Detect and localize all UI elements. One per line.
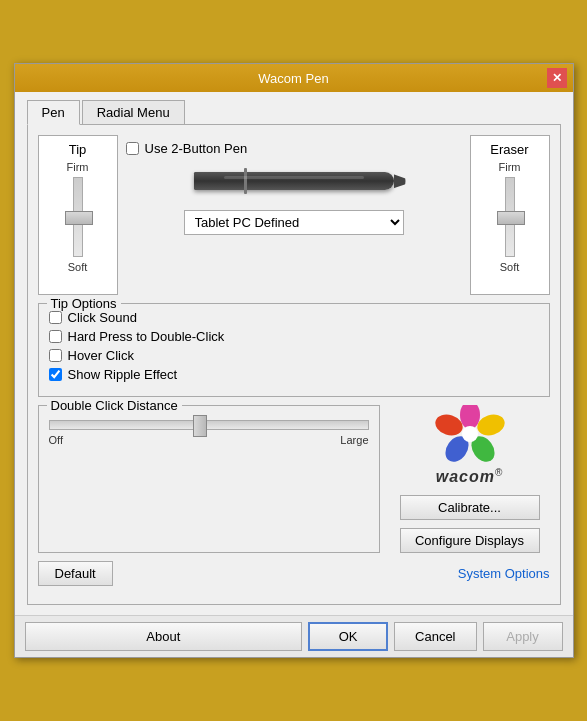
click-sound-row: Click Sound [49, 310, 539, 325]
double-click-off-label: Off [49, 434, 63, 446]
eraser-firm-label: Firm [499, 161, 521, 173]
double-click-section: Double Click Distance Off Large [38, 405, 380, 552]
calibrate-button[interactable]: Calibrate... [400, 495, 540, 520]
use-2button-checkbox[interactable] [126, 142, 139, 155]
footer-right: OK Cancel Apply [308, 622, 562, 651]
pressure-dropdown[interactable]: Tablet PC Defined Click Double Click Rig… [184, 210, 404, 235]
hard-press-checkbox[interactable] [49, 330, 62, 343]
about-button[interactable]: About [25, 622, 303, 651]
svg-point-0 [460, 405, 480, 429]
footer: About OK Cancel Apply [15, 615, 573, 657]
show-ripple-checkbox[interactable] [49, 368, 62, 381]
click-sound-checkbox[interactable] [49, 311, 62, 324]
tip-slider-track[interactable] [73, 177, 83, 257]
wacom-logo-text: wacom® [436, 467, 504, 486]
tip-soft-label: Soft [68, 261, 88, 273]
double-click-slider-track[interactable] [49, 420, 369, 430]
action-row: Default System Options [38, 561, 550, 586]
tip-slider-thumb[interactable] [65, 211, 93, 225]
hover-click-row: Hover Click [49, 348, 539, 363]
eraser-slider-thumb[interactable] [497, 211, 525, 225]
slider-range-labels: Off Large [49, 434, 369, 446]
wacom-flower-svg [435, 405, 505, 463]
hover-click-checkbox[interactable] [49, 349, 62, 362]
double-click-large-label: Large [340, 434, 368, 446]
double-click-legend: Double Click Distance [47, 398, 182, 413]
click-sound-label: Click Sound [68, 310, 137, 325]
wacom-logo: wacom® [435, 405, 505, 486]
tab-body: Tip Firm Soft Use 2-Button Pen [27, 124, 561, 604]
system-options-link[interactable]: System Options [458, 566, 550, 581]
hard-press-label: Hard Press to Double-Click [68, 329, 225, 344]
show-ripple-label: Show Ripple Effect [68, 367, 178, 382]
hard-press-row: Hard Press to Double-Click [49, 329, 539, 344]
eraser-label: Eraser [490, 142, 528, 157]
pressure-dropdown-row: Tablet PC Defined Click Double Click Rig… [126, 210, 462, 235]
tip-options-section: Tip Options Click Sound Hard Press to Do… [38, 303, 550, 397]
use-2button-row: Use 2-Button Pen [126, 141, 248, 156]
tip-options-legend: Tip Options [47, 296, 121, 311]
tab-pen[interactable]: Pen [27, 100, 80, 125]
double-click-slider-thumb[interactable] [193, 415, 207, 437]
close-button[interactable]: ✕ [547, 68, 567, 88]
pen-shape [194, 172, 394, 190]
pen-clip [244, 168, 247, 194]
tip-firm-label: Firm [67, 161, 89, 173]
hover-click-label: Hover Click [68, 348, 134, 363]
default-button[interactable]: Default [38, 561, 113, 586]
main-window: Wacom Pen ✕ Pen Radial Menu Tip Firm [14, 63, 574, 657]
window-title: Wacom Pen [41, 71, 547, 86]
svg-point-5 [462, 426, 478, 442]
title-bar: Wacom Pen ✕ [15, 64, 573, 92]
configure-displays-button[interactable]: Configure Displays [400, 528, 540, 553]
bottom-row: Double Click Distance Off Large [38, 405, 550, 552]
ok-button[interactable]: OK [308, 622, 388, 651]
middle-section: Use 2-Button Pen Tablet PC Defined Click [126, 135, 462, 295]
tabs-container: Pen Radial Menu [27, 100, 561, 125]
tip-label: Tip [69, 142, 87, 157]
eraser-slider-group: Eraser Firm Soft [470, 135, 550, 295]
eraser-slider-track[interactable] [505, 177, 515, 257]
apply-button[interactable]: Apply [483, 622, 563, 651]
cancel-button[interactable]: Cancel [394, 622, 476, 651]
wacom-flowers [435, 405, 505, 465]
pen-image [184, 166, 404, 196]
window-content: Pen Radial Menu Tip Firm Soft [15, 92, 573, 614]
eraser-soft-label: Soft [500, 261, 520, 273]
use-2button-label: Use 2-Button Pen [145, 141, 248, 156]
tip-slider-group: Tip Firm Soft [38, 135, 118, 295]
show-ripple-row: Show Ripple Effect [49, 367, 539, 382]
tab-radial-menu[interactable]: Radial Menu [82, 100, 185, 125]
right-panel: wacom® Calibrate... Configure Displays [390, 405, 550, 552]
top-row: Tip Firm Soft Use 2-Button Pen [38, 135, 550, 295]
